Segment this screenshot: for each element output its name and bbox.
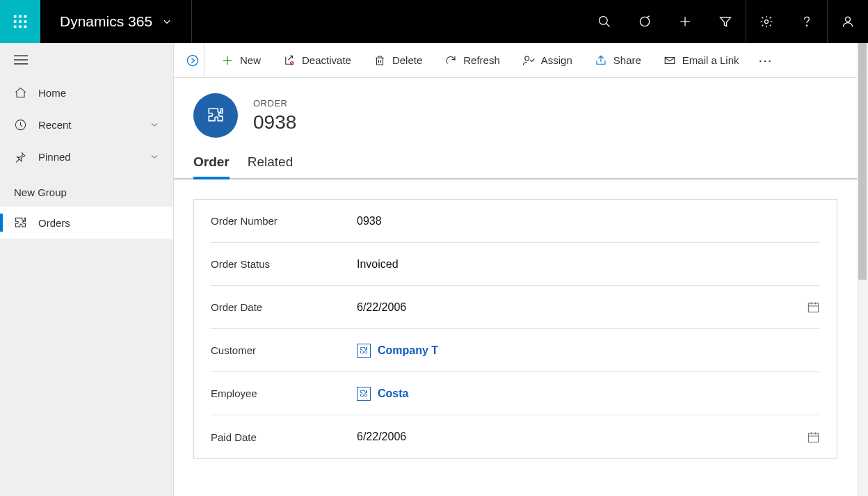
svg-point-16 bbox=[846, 17, 851, 22]
date-picker-button[interactable] bbox=[799, 301, 820, 314]
task-icon bbox=[638, 15, 652, 29]
field-text: Invoiced bbox=[357, 258, 399, 271]
svg-rect-7 bbox=[19, 26, 22, 29]
waffle-icon bbox=[13, 14, 28, 29]
filter-button[interactable] bbox=[705, 0, 746, 43]
tab-related[interactable]: Related bbox=[248, 154, 294, 178]
deactivate-icon bbox=[283, 54, 296, 67]
field-value[interactable]: Costa bbox=[357, 387, 820, 401]
field-value[interactable]: Invoiced bbox=[357, 258, 820, 271]
sidebar-item-pinned[interactable]: Pinned bbox=[0, 141, 173, 173]
home-icon bbox=[14, 86, 27, 99]
help-button[interactable] bbox=[787, 0, 827, 43]
search-button[interactable] bbox=[584, 0, 625, 43]
record-entity-label: ORDER bbox=[253, 98, 296, 109]
sidebar-item-recent[interactable]: Recent bbox=[0, 109, 173, 141]
field-label: Customer bbox=[211, 344, 357, 356]
add-button[interactable] bbox=[665, 0, 705, 43]
question-icon bbox=[800, 15, 814, 29]
record-header: ORDER 0938 bbox=[174, 78, 857, 143]
svg-point-21 bbox=[187, 55, 198, 65]
cmd-refresh[interactable]: Refresh bbox=[435, 43, 510, 78]
svg-rect-27 bbox=[665, 57, 675, 63]
person-icon bbox=[841, 15, 855, 29]
svg-point-26 bbox=[525, 56, 529, 61]
cmd-overflow[interactable]: ⋯ bbox=[752, 52, 780, 69]
nav-label: Pinned bbox=[38, 151, 71, 163]
svg-point-14 bbox=[765, 20, 769, 24]
field-order-number: Order Number 0938 bbox=[211, 200, 820, 243]
vertical-scrollbar[interactable] bbox=[857, 43, 868, 496]
field-text: 6/22/2006 bbox=[357, 431, 406, 443]
field-text: 0938 bbox=[357, 215, 382, 227]
task-button[interactable] bbox=[625, 0, 665, 43]
go-back-button[interactable] bbox=[181, 43, 204, 78]
cmd-email-link[interactable]: Email a Link bbox=[654, 43, 749, 78]
field-order-status: Order Status Invoiced bbox=[211, 243, 820, 286]
lookup-entity-icon bbox=[357, 387, 371, 401]
pin-icon bbox=[14, 150, 27, 163]
puzzle-icon bbox=[360, 346, 368, 355]
cmd-delete[interactable]: Delete bbox=[364, 43, 432, 78]
sidebar-item-home[interactable]: Home bbox=[0, 77, 173, 109]
lookup-link[interactable]: Company T bbox=[378, 344, 438, 357]
field-value[interactable]: 6/22/2006 bbox=[357, 431, 799, 443]
cmd-label: Share bbox=[613, 54, 641, 66]
cmd-new[interactable]: New bbox=[211, 43, 271, 78]
puzzle-icon bbox=[360, 390, 368, 398]
command-bar: New Deactivate Delete Refresh Assign Sha… bbox=[174, 43, 857, 78]
svg-rect-28 bbox=[808, 303, 818, 312]
date-picker-button[interactable] bbox=[799, 431, 820, 444]
chevron-down-icon bbox=[150, 152, 159, 161]
brand-dropdown[interactable]: Dynamics 365 bbox=[40, 0, 192, 43]
settings-button[interactable] bbox=[746, 0, 787, 43]
top-navbar: Dynamics 365 bbox=[0, 0, 868, 43]
sidebar-toggle[interactable] bbox=[0, 43, 173, 77]
hamburger-icon bbox=[14, 55, 28, 65]
clock-icon bbox=[14, 118, 27, 131]
app-launcher-button[interactable] bbox=[0, 0, 40, 43]
field-text: 6/22/2006 bbox=[357, 301, 406, 314]
cmd-label: Refresh bbox=[463, 54, 500, 66]
field-label: Order Number bbox=[211, 215, 357, 227]
nav-label: Home bbox=[38, 87, 66, 99]
lookup-entity-icon bbox=[357, 344, 371, 358]
cmd-assign[interactable]: Assign bbox=[513, 43, 582, 78]
profile-button[interactable] bbox=[828, 0, 868, 43]
assign-icon bbox=[522, 54, 535, 67]
chevron-down-icon bbox=[150, 120, 159, 129]
cmd-label: Delete bbox=[392, 54, 422, 66]
record-entity-badge bbox=[193, 93, 238, 138]
circle-chevron-icon bbox=[186, 54, 200, 67]
svg-point-15 bbox=[806, 25, 807, 26]
search-icon bbox=[597, 15, 611, 29]
nav-label: Orders bbox=[38, 217, 70, 229]
field-value[interactable]: 0938 bbox=[357, 215, 820, 227]
funnel-icon bbox=[718, 15, 732, 29]
field-label: Order Date bbox=[211, 301, 357, 313]
scrollbar-thumb[interactable] bbox=[858, 43, 867, 280]
svg-rect-5 bbox=[24, 20, 27, 23]
chevron-down-icon bbox=[162, 17, 172, 26]
email-icon bbox=[664, 54, 676, 67]
lookup-link[interactable]: Costa bbox=[378, 387, 408, 400]
tab-order[interactable]: Order bbox=[193, 154, 230, 179]
svg-point-11 bbox=[640, 17, 649, 26]
field-value[interactable]: Company T bbox=[357, 344, 820, 358]
plus-icon bbox=[221, 54, 234, 67]
trash-icon bbox=[373, 54, 386, 67]
field-value[interactable]: 6/22/2006 bbox=[357, 301, 799, 314]
svg-point-9 bbox=[600, 17, 608, 25]
puzzle-icon bbox=[207, 106, 225, 125]
cmd-share[interactable]: Share bbox=[585, 43, 651, 78]
svg-rect-3 bbox=[14, 20, 17, 23]
field-employee: Employee Costa bbox=[211, 372, 820, 415]
field-order-date: Order Date 6/22/2006 bbox=[211, 286, 820, 329]
svg-line-10 bbox=[606, 24, 610, 27]
svg-rect-8 bbox=[24, 26, 27, 29]
sidebar-item-orders[interactable]: Orders bbox=[0, 207, 173, 239]
cmd-deactivate[interactable]: Deactivate bbox=[273, 43, 361, 78]
nav-label: Recent bbox=[38, 119, 72, 131]
main-content: New Deactivate Delete Refresh Assign Sha… bbox=[174, 43, 857, 496]
field-paid-date: Paid Date 6/22/2006 bbox=[211, 415, 820, 458]
